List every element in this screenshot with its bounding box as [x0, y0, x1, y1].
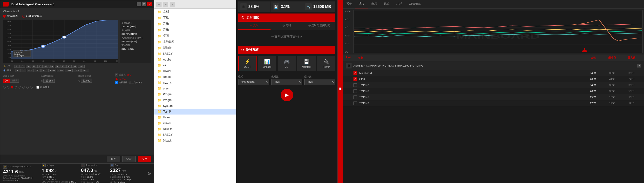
- list-item[interactable]: 📁 下载: [154, 15, 236, 21]
- pct-input-8[interactable]: [60, 65, 66, 68]
- settings-icon[interactable]: ⚙: [147, 171, 151, 176]
- list-item[interactable]: 📁 ali: [154, 62, 236, 68]
- nav-forward-btn[interactable]: →: [163, 2, 168, 7]
- dot-1[interactable]: [3, 86, 6, 88]
- save-button[interactable]: 记录: [122, 156, 136, 162]
- tab-space[interactable]: ◷ 定时与空闲时间: [303, 22, 336, 30]
- list-item[interactable]: 📁 Progra: [154, 92, 236, 97]
- list-item[interactable]: 📁 liebao: [154, 74, 236, 80]
- test-memtest[interactable]: 💾 Memtest: [297, 56, 316, 71]
- sensor-tmpin3-checkbox[interactable]: [354, 90, 357, 93]
- sensor-cpu-checkbox[interactable]: ✓: [354, 78, 357, 81]
- list-item[interactable]: 📁 Progra: [154, 97, 236, 103]
- pct-input-4[interactable]: [37, 65, 43, 68]
- threads-select[interactable]: 自动: [271, 79, 302, 85]
- list-item[interactable]: 📁 Adobe: [154, 57, 236, 62]
- sensor-tmpin5-checkbox[interactable]: [354, 96, 357, 99]
- dot-4[interactable]: [15, 86, 17, 88]
- pct-input-11[interactable]: [78, 65, 85, 68]
- rpm-input-7[interactable]: [65, 69, 72, 72]
- list-item[interactable]: 📁 $RECY: [154, 132, 236, 138]
- pct-input-10[interactable]: [72, 65, 78, 68]
- list-item[interactable]: 📁 Downl: [154, 68, 236, 74]
- tab-fixed[interactable]: ◷ 定时: [270, 22, 303, 30]
- nav-back-btn[interactable]: ←: [156, 2, 162, 7]
- tab-system[interactable]: 系统: [343, 0, 356, 8]
- rpm-input-3[interactable]: [34, 69, 41, 72]
- list-item[interactable]: 📁 System: [154, 103, 236, 109]
- list-item[interactable]: 📁 Users: [154, 114, 236, 120]
- list-item[interactable]: 📁 $RECY: [154, 51, 236, 57]
- pct-input-0[interactable]: [14, 65, 20, 68]
- start-test-button[interactable]: ▶: [281, 89, 293, 101]
- tab-temperature[interactable]: 温度: [356, 0, 368, 8]
- close-button[interactable]: ✕: [147, 2, 152, 6]
- apply-button[interactable]: 应用: [138, 156, 151, 162]
- sensor-tmpin2-checkbox[interactable]: [354, 84, 357, 87]
- dot-8[interactable]: [30, 86, 32, 88]
- mode-auto-radio[interactable]: [3, 15, 6, 18]
- list-item-selected[interactable]: 📁 Test P: [154, 109, 236, 114]
- tab-cpu-freq[interactable]: CPU频率: [406, 0, 424, 8]
- pct-input-6[interactable]: [49, 65, 54, 68]
- instruction-select[interactable]: 自动: [304, 79, 336, 85]
- list-item[interactable]: 📁 文档: [154, 9, 236, 15]
- list-item[interactable]: 📁 新加卷 (: [154, 45, 236, 51]
- silence-off-btn[interactable]: OFF: [10, 78, 19, 83]
- list-item[interactable]: 📁 音乐: [154, 27, 236, 33]
- svg-text:Quiet: Quiet: [14, 53, 20, 55]
- mode-select[interactable]: 大型数据集: [238, 79, 269, 85]
- list-item[interactable]: 📁 0 back: [154, 138, 236, 144]
- dot-2[interactable]: [7, 86, 10, 88]
- list-item[interactable]: 📁 xunlei: [154, 120, 236, 126]
- list-item[interactable]: 📁 音乐: [154, 21, 236, 27]
- rpm-input-0[interactable]: [15, 69, 20, 72]
- list-item[interactable]: 📁 njzq_x: [154, 80, 236, 86]
- minimize-button[interactable]: −: [137, 2, 141, 6]
- list-item[interactable]: 📁 桌面: [154, 33, 236, 39]
- rpm-input-4[interactable]: [41, 69, 48, 72]
- rpm-input-2[interactable]: [27, 69, 34, 72]
- auto-stop-checkbox[interactable]: [36, 86, 39, 89]
- mode-auto[interactable]: 智能模式: [3, 14, 18, 18]
- list-item[interactable]: 📁 NewDa: [154, 126, 236, 132]
- settings-btn[interactable]: ⚙: [147, 171, 151, 176]
- tab-unlimited[interactable]: ∞ 无限: [238, 22, 270, 30]
- pct-input-1[interactable]: [20, 65, 25, 68]
- test-power[interactable]: 🔌 Power: [317, 56, 336, 71]
- back-button[interactable]: 返回: [107, 156, 120, 162]
- sensor-mainboard-checkbox[interactable]: ✓: [354, 71, 357, 75]
- tab-power[interactable]: 功耗: [393, 0, 406, 8]
- rpm-input-6[interactable]: [57, 69, 64, 72]
- silence-on-btn[interactable]: ON: [3, 78, 10, 83]
- nav-up-btn[interactable]: ↑: [170, 2, 175, 7]
- pct-input-2[interactable]: [26, 65, 31, 68]
- pct-input-9[interactable]: [66, 65, 72, 68]
- test-linpack[interactable]: 📊 Linpack: [258, 56, 276, 71]
- rpm-input-9[interactable]: [81, 69, 89, 72]
- fan-section: Chassis fan 2 智能模式 转速固定模式 1900 1710 1520…: [0, 8, 154, 154]
- expand-btn[interactable]: ∧: [637, 64, 641, 68]
- pct-input-7[interactable]: [55, 65, 60, 68]
- list-item[interactable]: 📁 oray: [154, 86, 236, 92]
- rpm-input-5[interactable]: [48, 69, 56, 72]
- v33-value: 3.264: [48, 178, 54, 180]
- tab-fan[interactable]: 风扇: [380, 0, 393, 8]
- sensor-tmpin6-checkbox[interactable]: [354, 102, 357, 105]
- warning-checkbox[interactable]: [115, 81, 118, 84]
- dot-7[interactable]: [26, 86, 29, 88]
- rpm-input-1[interactable]: [21, 69, 26, 72]
- maximize-button[interactable]: □: [142, 2, 146, 6]
- pct-input-3[interactable]: [32, 65, 37, 68]
- dot-3-active[interactable]: [11, 86, 13, 88]
- test-occt[interactable]: ⚡ OCCT: [238, 56, 256, 71]
- mode-fixed-radio[interactable]: [22, 15, 25, 18]
- list-item[interactable]: 📁 本地磁盘: [154, 39, 236, 45]
- tab-voltage[interactable]: 电压: [368, 0, 380, 8]
- dot-5[interactable]: [18, 86, 21, 88]
- test-3d[interactable]: 🎮 3D: [278, 56, 296, 71]
- rpm-input-8[interactable]: [73, 69, 81, 72]
- mode-fixed[interactable]: 转速固定模式: [22, 14, 42, 18]
- dot-6[interactable]: [22, 86, 25, 88]
- pct-input-5[interactable]: [43, 65, 48, 68]
